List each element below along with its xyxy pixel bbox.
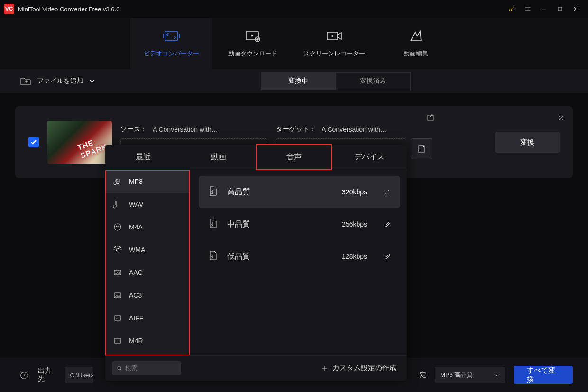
quality-high-label: 高品質 <box>227 187 250 197</box>
quality-medium-rate: 256kbps <box>342 220 367 228</box>
nav-recorder[interactable]: スクリーンレコーダー <box>294 18 375 69</box>
format-wav[interactable]: WAV <box>105 193 189 216</box>
convert-button[interactable]: 変換 <box>495 132 560 153</box>
search-box[interactable] <box>112 361 181 375</box>
edit-icon[interactable] <box>384 219 392 229</box>
main-nav: ビデオコンバーター 動画ダウンロード スクリーンレコーダー 動画編集 <box>0 18 588 69</box>
audio-file-icon <box>207 185 219 199</box>
output-path-text: C:\Users <box>70 372 94 379</box>
upgrade-key-icon[interactable] <box>504 0 520 18</box>
profile-select[interactable]: MP3 高品質 <box>435 367 505 383</box>
nav-download[interactable]: 動画ダウンロード <box>212 18 294 69</box>
svg-marker-4 <box>251 34 254 37</box>
tab-audio[interactable]: 音声 <box>256 145 331 170</box>
editor-icon <box>406 29 425 43</box>
target-filename: A Conversation with… <box>322 126 387 133</box>
chevron-down-icon <box>494 372 500 378</box>
close-icon[interactable] <box>568 0 584 18</box>
edit-icon[interactable] <box>384 187 392 197</box>
tab-video[interactable]: 動画 <box>181 145 256 170</box>
toolbar: ファイルを追加 変換中 変換済み <box>0 69 588 93</box>
quality-low-rate: 128kbps <box>342 253 367 260</box>
target-label: ターゲット： <box>276 125 316 134</box>
nav-download-label: 動画ダウンロード <box>228 49 277 58</box>
tab-recent[interactable]: 最近 <box>105 145 181 170</box>
open-output-icon[interactable] <box>427 113 435 123</box>
task-checkbox[interactable] <box>28 137 39 147</box>
search-input[interactable] <box>125 365 176 372</box>
task-close-icon[interactable] <box>558 115 564 123</box>
maximize-icon[interactable] <box>552 0 568 18</box>
nav-recorder-label: スクリーンレコーダー <box>303 49 365 58</box>
seg-converting[interactable]: 変換中 <box>261 72 336 90</box>
svg-rect-1 <box>558 7 562 11</box>
task-thumbnail[interactable] <box>47 121 112 164</box>
quality-low[interactable]: 低品質 128kbps <box>199 240 400 273</box>
output-label: 出力先 <box>38 366 56 383</box>
format-m4r[interactable]: M4R <box>105 329 189 352</box>
hamburger-menu-icon[interactable] <box>520 0 536 18</box>
quality-medium-label: 中品質 <box>227 219 250 229</box>
source-label: ソース： <box>120 125 147 134</box>
default-suffix-text: 定 <box>420 371 426 379</box>
audio-file-icon <box>207 218 219 231</box>
app-logo: VC <box>4 4 14 14</box>
svg-text:AIFF: AIFF <box>115 318 120 320</box>
audio-file-icon <box>207 250 219 263</box>
format-list[interactable]: MP3 WAV M4A WMA AAC AAC AC3 AC3 <box>105 170 189 355</box>
popover-footer: カスタム設定の作成 <box>105 355 407 381</box>
format-ac3[interactable]: AC3 AC3 <box>105 284 189 307</box>
format-m4a[interactable]: M4A <box>105 216 189 238</box>
format-aiff[interactable]: AIFF AIFF <box>105 307 189 329</box>
titlebar: VC MiniTool Video Converter Free v3.6.0 <box>0 0 588 18</box>
nav-editor[interactable]: 動画編集 <box>375 18 457 69</box>
svg-point-7 <box>331 35 333 37</box>
quality-low-label: 低品質 <box>227 252 250 262</box>
svg-text:AAC: AAC <box>115 272 120 274</box>
minimize-icon[interactable] <box>536 0 552 18</box>
recorder-icon <box>325 29 344 43</box>
profile-select-label: MP3 高品質 <box>440 371 473 379</box>
svg-point-0 <box>509 9 512 11</box>
status-segment: 変換中 変換済み <box>261 72 411 90</box>
format-wma[interactable]: WMA <box>105 238 189 261</box>
format-aac[interactable]: AAC AAC <box>105 261 189 284</box>
plus-icon <box>321 365 329 372</box>
quality-high[interactable]: 高品質 320kbps <box>199 176 400 208</box>
svg-text:AC3: AC3 <box>115 294 120 297</box>
nav-editor-label: 動画編集 <box>404 49 428 58</box>
target-settings-button[interactable] <box>411 138 432 159</box>
quality-medium[interactable]: 中品質 256kbps <box>199 208 400 240</box>
output-path-box[interactable]: C:\Users <box>65 367 94 383</box>
chevron-down-icon <box>89 78 95 84</box>
format-popover: 最近 動画 音声 デバイス MP3 WAV M4A WMA AAC <box>105 145 407 381</box>
svg-rect-2 <box>165 31 177 41</box>
svg-rect-22 <box>114 338 121 343</box>
edit-icon[interactable] <box>384 252 392 261</box>
nav-converter-label: ビデオコンバーター <box>144 49 199 58</box>
seg-done[interactable]: 変換済み <box>336 72 411 90</box>
custom-create-label: カスタム設定の作成 <box>332 364 396 373</box>
add-file-button[interactable]: ファイルを追加 <box>20 76 95 86</box>
converter-icon <box>162 29 181 43</box>
popover-tabs: 最近 動画 音声 デバイス <box>105 145 407 170</box>
add-file-label: ファイルを追加 <box>37 77 83 85</box>
source-filename: A Conversation with… <box>153 126 218 133</box>
quality-high-rate: 320kbps <box>342 188 367 196</box>
convert-all-button[interactable]: すべて変換 <box>514 366 573 384</box>
svg-point-14 <box>114 224 121 230</box>
nav-converter[interactable]: ビデオコンバーター <box>130 18 212 69</box>
app-title: MiniTool Video Converter Free v3.6.0 <box>18 6 119 13</box>
download-icon <box>243 29 262 43</box>
search-icon <box>117 365 122 372</box>
quality-list: 高品質 320kbps 中品質 256kbps 低品質 128kbps <box>189 170 407 355</box>
tab-device[interactable]: デバイス <box>331 145 407 170</box>
alarm-icon[interactable] <box>19 369 29 381</box>
format-mp3[interactable]: MP3 <box>105 170 189 193</box>
custom-create-button[interactable]: カスタム設定の作成 <box>321 364 396 373</box>
add-file-icon <box>20 76 31 86</box>
svg-point-23 <box>118 366 121 369</box>
svg-point-15 <box>116 248 119 251</box>
